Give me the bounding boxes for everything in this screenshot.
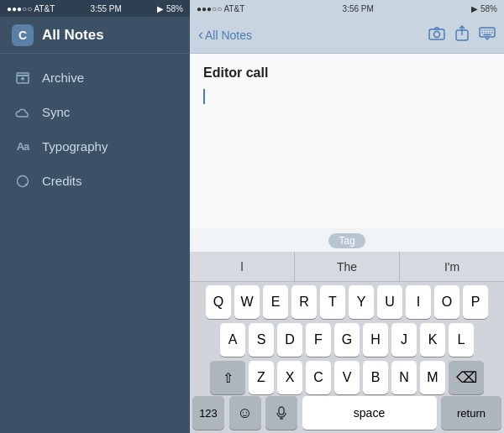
credits-icon — [13, 175, 32, 188]
archive-label: Archive — [42, 70, 84, 85]
key-x[interactable]: X — [277, 361, 302, 394]
all-notes-title: All Notes — [42, 27, 104, 44]
share-icon[interactable] — [455, 25, 469, 45]
sidebar-item-sync[interactable]: Sync — [0, 95, 190, 129]
keyboard-icon[interactable] — [479, 27, 496, 44]
battery-left: ▶ 58% — [157, 4, 183, 13]
key-l[interactable]: L — [449, 323, 474, 357]
key-v[interactable]: V — [334, 361, 360, 394]
suggestion-the[interactable]: The — [295, 252, 400, 281]
key-e[interactable]: E — [263, 285, 288, 319]
back-label: All Notes — [205, 29, 252, 42]
svg-point-6 — [434, 31, 440, 37]
key-row-3: ⇧ Z X C V B N M ⌫ — [192, 361, 501, 394]
sidebar-item-typography[interactable]: Aa Typography — [0, 129, 190, 164]
text-cursor — [203, 89, 205, 104]
sidebar-item-archive[interactable]: Archive — [0, 60, 190, 95]
shift-key[interactable]: ⇧ — [210, 361, 245, 394]
key-f[interactable]: F — [306, 323, 331, 357]
nav-icons-right — [428, 25, 496, 45]
time-left: 3:55 PM — [91, 4, 122, 13]
back-button[interactable]: ‹ All Notes — [198, 26, 252, 44]
key-n[interactable]: N — [391, 361, 417, 394]
key-o[interactable]: O — [434, 285, 459, 319]
svg-line-4 — [25, 184, 27, 185]
key-r[interactable]: R — [291, 285, 317, 319]
nav-header-left: C All Notes — [0, 17, 190, 54]
key-k[interactable]: K — [420, 323, 445, 357]
tag-area: Tag — [190, 228, 504, 252]
tag-pill[interactable]: Tag — [328, 233, 365, 248]
emoji-key[interactable]: ☺ — [229, 396, 261, 430]
key-q[interactable]: Q — [206, 285, 231, 319]
key-rows: Q W E R T Y U I O P A S D F G H J K — [190, 282, 504, 396]
typography-icon: Aa — [13, 140, 32, 153]
svg-rect-1 — [17, 73, 29, 76]
key-g[interactable]: G — [334, 323, 360, 357]
key-y[interactable]: Y — [349, 285, 374, 319]
app-icon: C — [12, 24, 34, 46]
space-key[interactable]: space — [302, 396, 437, 430]
mic-key[interactable] — [265, 396, 297, 430]
sync-label: Sync — [42, 105, 70, 119]
key-row-1: Q W E R T Y U I O P — [192, 285, 501, 319]
key-u[interactable]: U — [377, 285, 402, 319]
svg-rect-21 — [279, 407, 284, 415]
key-row-2: A S D F G H J K L — [192, 323, 501, 357]
battery-right: ▶ 58% — [471, 4, 497, 13]
suggestion-im[interactable]: I'm — [400, 252, 504, 281]
keyboard-suggestions: l The I'm — [190, 252, 504, 282]
key-m[interactable]: M — [420, 361, 445, 394]
key-w[interactable]: W — [234, 285, 260, 319]
note-content[interactable]: Editor call — [190, 54, 504, 228]
key-123[interactable]: 123 — [192, 396, 224, 430]
key-h[interactable]: H — [363, 323, 388, 357]
delete-key[interactable]: ⌫ — [449, 361, 484, 394]
left-panel: ●●●○○ AT&T 3:55 PM ▶ 58% C All Notes Arc… — [0, 0, 190, 433]
key-i[interactable]: I — [406, 285, 431, 319]
key-b[interactable]: B — [363, 361, 388, 394]
key-c[interactable]: C — [306, 361, 331, 394]
key-t[interactable]: T — [320, 285, 345, 319]
key-j[interactable]: J — [391, 323, 417, 357]
key-s[interactable]: S — [249, 323, 274, 357]
keyboard: l The I'm Q W E R T Y U I O P — [190, 252, 504, 433]
archive-icon — [13, 72, 32, 84]
sync-icon — [13, 107, 32, 117]
chevron-left-icon: ‹ — [198, 26, 203, 44]
suggestion-l[interactable]: l — [190, 252, 295, 281]
typography-label: Typography — [42, 139, 108, 154]
carrier-left: ●●●○○ AT&T — [7, 4, 55, 13]
right-panel: ●●●○○ AT&T 3:56 PM ▶ 58% ‹ All Notes — [190, 0, 504, 433]
key-p[interactable]: P — [463, 285, 488, 319]
status-bar-right: ●●●○○ AT&T 3:56 PM ▶ 58% — [190, 0, 504, 17]
status-bar-left: ●●●○○ AT&T 3:55 PM ▶ 58% — [0, 0, 190, 17]
key-a[interactable]: A — [220, 323, 245, 357]
bottom-row: 123 ☺ space return — [190, 396, 504, 433]
time-right: 3:56 PM — [343, 4, 374, 13]
key-z[interactable]: Z — [249, 361, 274, 394]
sidebar-item-credits[interactable]: Credits — [0, 164, 190, 198]
nav-header-right: ‹ All Notes — [190, 17, 504, 54]
camera-icon[interactable] — [428, 27, 445, 44]
credits-label: Credits — [42, 174, 82, 188]
menu-items: Archive Sync Aa Typography — [0, 54, 190, 198]
key-d[interactable]: D — [277, 323, 302, 357]
note-title: Editor call — [203, 65, 491, 81]
return-key[interactable]: return — [441, 396, 501, 430]
carrier-right: ●●●○○ AT&T — [197, 4, 244, 13]
